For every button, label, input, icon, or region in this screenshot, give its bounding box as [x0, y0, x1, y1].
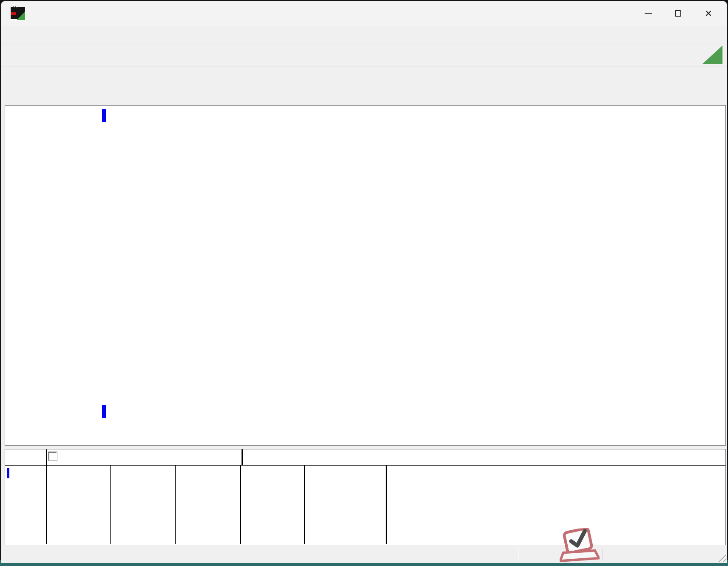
table-grid-line: [175, 465, 176, 544]
resize-grip[interactable]: [716, 552, 726, 562]
table-grid-line: [46, 449, 47, 465]
close-icon: ✕: [705, 9, 712, 18]
cell-cursor-right: [305, 468, 369, 477]
minimize-icon: [645, 13, 652, 14]
status-bar-divider: [518, 549, 519, 561]
metrawin-window: ✕: [1, 1, 727, 563]
close-button[interactable]: ✕: [694, 1, 722, 25]
status-bar: [1, 547, 727, 563]
maximize-button[interactable]: [664, 1, 692, 25]
status-bar-divider: [602, 549, 603, 561]
measurement-table: [5, 449, 726, 545]
toolbar: [1, 43, 727, 66]
corner-triangle-decoration: [702, 46, 722, 64]
records-status: [197, 86, 208, 95]
gossen-metrawatt-logo-icon: [10, 6, 26, 21]
minimize-button[interactable]: [634, 1, 662, 25]
maximize-icon: [675, 10, 681, 17]
menu-bar: [1, 26, 727, 43]
chart-panel[interactable]: [5, 105, 726, 446]
table-grid-line: [386, 465, 387, 544]
minavrmax-checkbox[interactable]: [48, 452, 57, 460]
header-divider: [5, 465, 725, 466]
table-grid-line: [240, 465, 241, 544]
channel-status: [6, 86, 35, 95]
channel-color-marker: [7, 468, 9, 478]
browse-status: [197, 73, 233, 82]
table-grid-line: [242, 449, 243, 465]
title-bar: ✕: [1, 1, 727, 26]
trigger-status: [6, 73, 28, 82]
table-grid-line: [46, 465, 47, 544]
power-trend-plot[interactable]: [100, 106, 720, 423]
status-panel: [1, 66, 727, 105]
table-grid-line: [110, 465, 111, 544]
